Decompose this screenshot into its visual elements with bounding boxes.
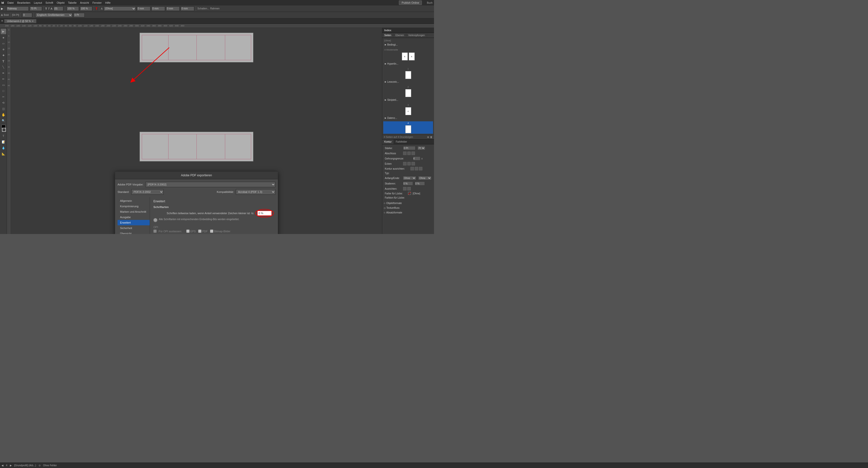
ecke-round[interactable] xyxy=(407,162,411,166)
text-color-icon[interactable]: T xyxy=(95,7,98,11)
direct-select-tool[interactable]: ◈ xyxy=(1,35,6,40)
menu-fenster[interactable]: Fenster xyxy=(93,1,102,4)
free-transform-tool[interactable]: ⟲ xyxy=(1,100,6,106)
style-select[interactable]: [Ohne] xyxy=(104,6,136,11)
font-family-input[interactable] xyxy=(6,6,29,11)
close-doc-btn[interactable]: ✕ xyxy=(1,19,3,23)
bedingt-section[interactable]: ▶ Bedingt... xyxy=(383,42,433,47)
ecke-miter[interactable] xyxy=(403,162,406,166)
page3-thumb[interactable]: A xyxy=(405,107,411,115)
pen-tool[interactable]: ✒ xyxy=(1,70,6,76)
tracking-input[interactable] xyxy=(54,6,63,11)
nav-sicherheit[interactable]: Sicherheit xyxy=(118,225,150,231)
tool-select-icon[interactable]: ▶ xyxy=(1,7,3,10)
zoom-tool[interactable]: 🔍 xyxy=(1,118,6,123)
align-icon1[interactable] xyxy=(403,187,406,191)
tab-seiten[interactable]: Seiten xyxy=(382,33,394,38)
menu-ansicht[interactable]: Ansicht xyxy=(80,1,89,4)
opi-bitmap-checkbox[interactable] xyxy=(210,230,213,233)
tab-verknupfungen[interactable]: Verknüpfungen xyxy=(406,33,427,38)
nav-marken[interactable]: Marken und Anschnitt xyxy=(118,209,150,214)
italic-icon[interactable]: T xyxy=(48,7,50,10)
hand-tool[interactable]: ✋ xyxy=(1,112,6,117)
staerke-unit[interactable]: Pt xyxy=(417,146,425,150)
stroke-color[interactable] xyxy=(2,128,6,132)
skalieren-input2[interactable] xyxy=(415,181,425,185)
nav-erweitert[interactable]: Erweitert xyxy=(118,220,150,225)
pt-input[interactable] xyxy=(73,13,85,17)
menu-id[interactable]: Id xyxy=(1,1,4,4)
preset-select[interactable]: [PDF/X-3:2002] xyxy=(146,182,275,187)
lesezeic-section[interactable]: ▶ Lesezeic... xyxy=(383,80,433,84)
h-input[interactable] xyxy=(181,6,194,11)
gradient-tool[interactable]: ◫ xyxy=(1,106,6,111)
pencil-tool[interactable]: ✏ xyxy=(1,76,6,82)
absatzformate-section[interactable]: ◇ Absatzformate xyxy=(382,210,434,215)
ende-select[interactable]: Ohne xyxy=(418,176,432,180)
page1-thumb[interactable] xyxy=(405,71,411,79)
opi-eps-checkbox[interactable] xyxy=(186,230,189,233)
canvas[interactable]: Adobe PDF exportieren Adobe PDF-Vorgabe:… xyxy=(11,28,382,234)
page4-thumb[interactable] xyxy=(405,125,411,133)
vertical-scale-input[interactable] xyxy=(80,6,92,11)
menu-layout[interactable]: Layout xyxy=(34,1,42,4)
standard-select[interactable]: PDF/X-3:2002 xyxy=(131,189,163,195)
tab-ebenen[interactable]: Ebenen xyxy=(394,33,406,38)
x-pos-input[interactable] xyxy=(137,6,150,11)
abschluss-round[interactable] xyxy=(407,151,411,155)
objektformate-section[interactable]: ◇ Objektformate xyxy=(382,201,434,206)
datenz-section[interactable]: ▶ Datenz... xyxy=(383,116,433,120)
nav-ausgabe[interactable]: Ausgabe xyxy=(118,214,150,220)
menu-hilfe[interactable]: Hilfe xyxy=(105,1,111,4)
rect-tool[interactable]: □ xyxy=(1,88,6,94)
bold-icon[interactable]: T xyxy=(45,7,47,10)
gap-tool[interactable]: ⊕ xyxy=(1,47,6,52)
scissors-tool[interactable]: ✂ xyxy=(1,94,6,99)
eyedropper-tool[interactable]: 💧 xyxy=(1,145,6,151)
page-tool[interactable]: ▭ xyxy=(1,40,6,46)
align-icon2[interactable] xyxy=(407,187,411,191)
tab-farbfelder[interactable]: Farbfelder xyxy=(394,139,409,144)
abschluss-flat[interactable] xyxy=(403,151,406,155)
lang-select[interactable]: Englisch: Großbritannien xyxy=(35,13,72,17)
ausrichten-center[interactable] xyxy=(410,167,414,170)
menu-schrift[interactable]: Schrift xyxy=(45,1,53,4)
document-tab[interactable]: Unbenannt-2 @ 58 % ✕ xyxy=(4,19,36,23)
abschluss-square[interactable] xyxy=(411,151,415,155)
delete-page-icon[interactable]: 🗑 xyxy=(430,136,433,139)
menu-datei[interactable]: Datei xyxy=(7,1,14,4)
staerke-input[interactable] xyxy=(403,146,415,150)
opi-checkbox[interactable] xyxy=(153,230,157,233)
gehrungsgrenze-input[interactable] xyxy=(413,156,421,160)
hyperlin-section[interactable]: ▶ Hyperlin... xyxy=(383,61,433,66)
menu-tabelle[interactable]: Tabelle xyxy=(68,1,77,4)
page2-thumb[interactable] xyxy=(405,89,411,97)
new-page-icon[interactable]: ⊕ xyxy=(427,136,429,139)
type-on-path-tool[interactable]: T xyxy=(1,133,6,139)
y-pos-input[interactable] xyxy=(151,6,165,11)
master-left-thumb[interactable]: A xyxy=(402,53,408,60)
font-size-input[interactable] xyxy=(30,6,42,11)
select-tool[interactable]: ▶ xyxy=(1,29,6,34)
skripteti-section[interactable]: ▶ Skripteti... xyxy=(383,97,433,102)
tab-kontur[interactable]: Kontur xyxy=(382,139,394,144)
ausrichten-outside[interactable] xyxy=(419,167,422,170)
content-tool[interactable]: ✚ xyxy=(1,53,6,58)
ecke-bevel[interactable] xyxy=(411,162,415,166)
w-input[interactable] xyxy=(166,6,180,11)
note-tool[interactable]: 📝 xyxy=(1,139,6,145)
opi-pdf-checkbox[interactable] xyxy=(198,230,202,233)
ausrichten-inside[interactable] xyxy=(415,167,418,170)
textumfluss-section[interactable]: ◇ Textumfluss xyxy=(382,206,434,210)
menu-bearbeiten[interactable]: Bearbeiten xyxy=(17,1,30,4)
frame-tool[interactable]: ▭ xyxy=(1,82,6,88)
compat-select[interactable]: Acrobat 4 (PDF 1.3) xyxy=(236,189,275,195)
line-tool[interactable]: ╲ xyxy=(1,64,6,70)
menu-objekt[interactable]: Objekt xyxy=(57,1,65,4)
horizontal-scale-input[interactable] xyxy=(67,6,79,11)
tab-close[interactable]: ✕ xyxy=(32,20,34,23)
skalieren-input1[interactable] xyxy=(403,181,413,185)
nav-allgemein[interactable]: Allgemein xyxy=(118,198,150,204)
anfang-select[interactable]: Ohne xyxy=(403,176,416,180)
baseline-input[interactable] xyxy=(22,13,32,17)
